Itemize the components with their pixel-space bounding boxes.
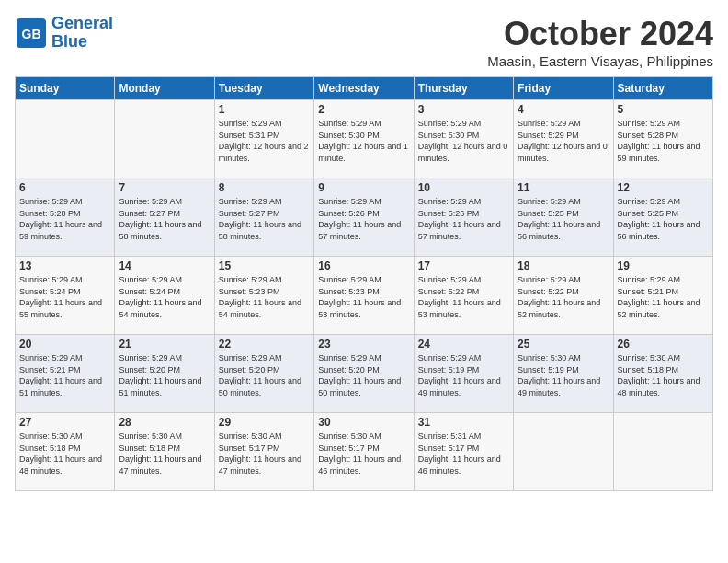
day-number: 12 — [618, 181, 709, 194]
day-info: Sunrise: 5:31 AMSunset: 5:17 PMDaylight:… — [418, 431, 509, 477]
calendar-cell: 26Sunrise: 5:30 AMSunset: 5:18 PMDayligh… — [613, 335, 712, 413]
calendar-cell: 3Sunrise: 5:29 AMSunset: 5:30 PMDaylight… — [414, 100, 513, 178]
svg-text:GB: GB — [22, 27, 41, 41]
day-info: Sunrise: 5:29 AMSunset: 5:29 PMDaylight:… — [518, 118, 609, 164]
logo-icon: GB — [15, 17, 48, 50]
day-number: 13 — [19, 259, 110, 272]
calendar-cell: 6Sunrise: 5:29 AMSunset: 5:28 PMDaylight… — [16, 178, 115, 257]
calendar-cell: 13Sunrise: 5:29 AMSunset: 5:24 PMDayligh… — [16, 257, 115, 335]
day-info: Sunrise: 5:29 AMSunset: 5:20 PMDaylight:… — [219, 352, 310, 398]
calendar-cell: 10Sunrise: 5:29 AMSunset: 5:26 PMDayligh… — [414, 178, 513, 257]
day-number: 11 — [518, 181, 609, 194]
calendar-cell — [514, 413, 613, 491]
calendar-cell: 22Sunrise: 5:29 AMSunset: 5:20 PMDayligh… — [214, 335, 313, 413]
calendar-cell: 29Sunrise: 5:30 AMSunset: 5:17 PMDayligh… — [214, 413, 313, 491]
day-info: Sunrise: 5:29 AMSunset: 5:20 PMDaylight:… — [119, 352, 210, 398]
col-tuesday: Tuesday — [214, 77, 313, 100]
calendar-cell: 21Sunrise: 5:29 AMSunset: 5:20 PMDayligh… — [115, 335, 214, 413]
title-block: October 2024 Maasin, Eastern Visayas, Ph… — [487, 15, 713, 69]
calendar-cell: 19Sunrise: 5:29 AMSunset: 5:21 PMDayligh… — [613, 257, 712, 335]
day-info: Sunrise: 5:29 AMSunset: 5:30 PMDaylight:… — [318, 118, 409, 164]
calendar-cell: 2Sunrise: 5:29 AMSunset: 5:30 PMDaylight… — [314, 100, 414, 178]
day-info: Sunrise: 5:30 AMSunset: 5:18 PMDaylight:… — [19, 431, 110, 477]
day-info: Sunrise: 5:29 AMSunset: 5:24 PMDaylight:… — [19, 274, 110, 320]
day-info: Sunrise: 5:29 AMSunset: 5:23 PMDaylight:… — [318, 274, 409, 320]
day-info: Sunrise: 5:29 AMSunset: 5:23 PMDaylight:… — [219, 274, 310, 320]
calendar-cell: 5Sunrise: 5:29 AMSunset: 5:28 PMDaylight… — [613, 100, 712, 178]
calendar-cell — [16, 100, 115, 178]
calendar-cell: 12Sunrise: 5:29 AMSunset: 5:25 PMDayligh… — [613, 178, 712, 257]
calendar-row-1: 1Sunrise: 5:29 AMSunset: 5:31 PMDaylight… — [16, 100, 713, 178]
calendar-table: Sunday Monday Tuesday Wednesday Thursday… — [15, 76, 713, 491]
day-info: Sunrise: 5:29 AMSunset: 5:22 PMDaylight:… — [518, 274, 609, 320]
logo-line1: General — [51, 14, 113, 32]
col-thursday: Thursday — [414, 77, 513, 100]
day-number: 7 — [119, 181, 210, 194]
day-number: 14 — [119, 259, 210, 272]
day-info: Sunrise: 5:29 AMSunset: 5:24 PMDaylight:… — [119, 274, 210, 320]
day-number: 10 — [418, 181, 509, 194]
calendar-cell: 28Sunrise: 5:30 AMSunset: 5:18 PMDayligh… — [115, 413, 214, 491]
day-number: 3 — [418, 103, 509, 116]
day-info: Sunrise: 5:29 AMSunset: 5:19 PMDaylight:… — [418, 352, 509, 398]
day-number: 5 — [618, 103, 709, 116]
logo-line2: Blue — [51, 32, 87, 51]
day-info: Sunrise: 5:29 AMSunset: 5:30 PMDaylight:… — [418, 118, 509, 164]
day-number: 31 — [418, 416, 509, 429]
calendar-row-2: 6Sunrise: 5:29 AMSunset: 5:28 PMDaylight… — [16, 178, 713, 257]
day-info: Sunrise: 5:29 AMSunset: 5:28 PMDaylight:… — [19, 196, 110, 242]
day-number: 22 — [219, 338, 310, 350]
day-number: 20 — [19, 338, 110, 350]
calendar-cell — [613, 413, 712, 491]
day-number: 2 — [318, 103, 409, 116]
calendar-cell: 11Sunrise: 5:29 AMSunset: 5:25 PMDayligh… — [514, 178, 613, 257]
day-number: 28 — [119, 416, 210, 429]
calendar-cell: 27Sunrise: 5:30 AMSunset: 5:18 PMDayligh… — [16, 413, 115, 491]
calendar-cell: 9Sunrise: 5:29 AMSunset: 5:26 PMDaylight… — [314, 178, 414, 257]
day-info: Sunrise: 5:29 AMSunset: 5:28 PMDaylight:… — [618, 118, 709, 164]
day-number: 25 — [518, 338, 609, 350]
day-number: 30 — [318, 416, 409, 429]
calendar-cell: 31Sunrise: 5:31 AMSunset: 5:17 PMDayligh… — [414, 413, 513, 491]
col-sunday: Sunday — [16, 77, 115, 100]
day-number: 1 — [219, 103, 310, 116]
day-number: 8 — [219, 181, 310, 194]
day-info: Sunrise: 5:30 AMSunset: 5:17 PMDaylight:… — [219, 431, 310, 477]
day-info: Sunrise: 5:29 AMSunset: 5:27 PMDaylight:… — [119, 196, 210, 242]
day-info: Sunrise: 5:29 AMSunset: 5:21 PMDaylight:… — [19, 352, 110, 398]
col-monday: Monday — [115, 77, 214, 100]
day-number: 21 — [119, 338, 210, 350]
calendar-cell: 23Sunrise: 5:29 AMSunset: 5:20 PMDayligh… — [314, 335, 414, 413]
day-info: Sunrise: 5:29 AMSunset: 5:20 PMDaylight:… — [318, 352, 409, 398]
month-title: October 2024 — [487, 15, 713, 53]
day-info: Sunrise: 5:29 AMSunset: 5:21 PMDaylight:… — [618, 274, 709, 320]
day-number: 27 — [19, 416, 110, 429]
day-number: 17 — [418, 259, 509, 272]
calendar-cell: 14Sunrise: 5:29 AMSunset: 5:24 PMDayligh… — [115, 257, 214, 335]
calendar-row-4: 20Sunrise: 5:29 AMSunset: 5:21 PMDayligh… — [16, 335, 713, 413]
calendar-header-row: Sunday Monday Tuesday Wednesday Thursday… — [16, 77, 713, 100]
day-info: Sunrise: 5:29 AMSunset: 5:25 PMDaylight:… — [618, 196, 709, 242]
calendar-row-5: 27Sunrise: 5:30 AMSunset: 5:18 PMDayligh… — [16, 413, 713, 491]
day-number: 4 — [518, 103, 609, 116]
calendar-cell: 4Sunrise: 5:29 AMSunset: 5:29 PMDaylight… — [514, 100, 613, 178]
logo-text: General Blue — [51, 15, 113, 52]
calendar-cell: 1Sunrise: 5:29 AMSunset: 5:31 PMDaylight… — [214, 100, 313, 178]
day-number: 23 — [318, 338, 409, 350]
day-info: Sunrise: 5:30 AMSunset: 5:18 PMDaylight:… — [119, 431, 210, 477]
day-info: Sunrise: 5:30 AMSunset: 5:19 PMDaylight:… — [518, 352, 609, 398]
calendar-row-3: 13Sunrise: 5:29 AMSunset: 5:24 PMDayligh… — [16, 257, 713, 335]
logo: GB General Blue — [15, 15, 113, 52]
calendar-cell: 18Sunrise: 5:29 AMSunset: 5:22 PMDayligh… — [514, 257, 613, 335]
calendar-cell: 15Sunrise: 5:29 AMSunset: 5:23 PMDayligh… — [214, 257, 313, 335]
calendar-cell: 20Sunrise: 5:29 AMSunset: 5:21 PMDayligh… — [16, 335, 115, 413]
day-info: Sunrise: 5:29 AMSunset: 5:26 PMDaylight:… — [418, 196, 509, 242]
day-number: 26 — [618, 338, 709, 350]
day-number: 6 — [19, 181, 110, 194]
calendar-cell: 17Sunrise: 5:29 AMSunset: 5:22 PMDayligh… — [414, 257, 513, 335]
day-info: Sunrise: 5:29 AMSunset: 5:31 PMDaylight:… — [219, 118, 310, 164]
day-number: 15 — [219, 259, 310, 272]
calendar-cell: 24Sunrise: 5:29 AMSunset: 5:19 PMDayligh… — [414, 335, 513, 413]
day-info: Sunrise: 5:29 AMSunset: 5:26 PMDaylight:… — [318, 196, 409, 242]
calendar-cell: 16Sunrise: 5:29 AMSunset: 5:23 PMDayligh… — [314, 257, 414, 335]
